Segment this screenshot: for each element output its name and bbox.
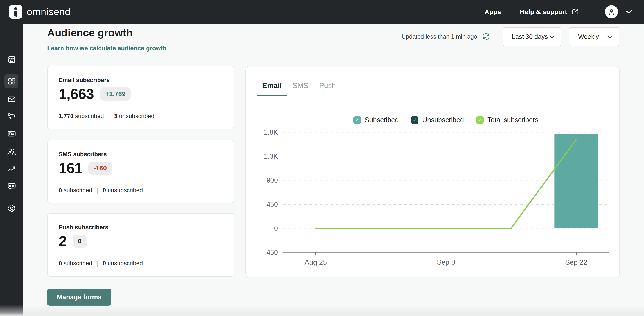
- help-support-label: Help & support: [520, 8, 567, 15]
- subscribed-label: subscribed: [64, 187, 92, 194]
- legend-item-unsubscribed[interactable]: ✓ Unsubscribed: [411, 116, 464, 124]
- refresh-icon: [482, 31, 491, 41]
- sidebar-item-reports[interactable]: [0, 164, 23, 174]
- sidebar-item-email[interactable]: [0, 94, 23, 104]
- refresh-button[interactable]: [482, 31, 491, 41]
- sms-subscribers-value: 161: [59, 160, 82, 176]
- audience-growth-chart: 1.8K1.3K9004500-450Aug 25Sep 8Sep 22: [246, 123, 620, 268]
- svg-text:Aug 25: Aug 25: [305, 258, 327, 266]
- tab-email[interactable]: Email: [257, 81, 287, 96]
- sidebar-item-dashboard[interactable]: [0, 76, 23, 86]
- top-header: omnisend Apps Help & support: [0, 0, 644, 24]
- sidebar-item-reviews[interactable]: [0, 181, 23, 192]
- legend-item-subscribed[interactable]: ✓ Subscribed: [354, 116, 399, 124]
- avatar[interactable]: [605, 5, 618, 18]
- growth-chart-card: Email SMS Push ✓ Subscribed ✓ Unsubscrib…: [245, 67, 620, 277]
- audience-growth-page: omnisend Apps Help & support: [0, 0, 644, 316]
- manage-forms-button[interactable]: Manage forms: [47, 289, 111, 306]
- svg-text:0: 0: [274, 225, 278, 232]
- sidebar-item-automation[interactable]: [0, 111, 23, 122]
- svg-text:900: 900: [266, 176, 278, 184]
- bottom-fade: [0, 305, 644, 316]
- dashboard-grid-icon: [6, 76, 17, 86]
- omnisend-logo-icon: [9, 5, 22, 19]
- unsubscribed-count: 0: [102, 260, 106, 267]
- forms-icon: [6, 129, 17, 139]
- subscribed-count: 0: [59, 187, 62, 194]
- channel-tabs: Email SMS Push: [257, 81, 341, 96]
- date-range-value: Last 30 days: [512, 33, 548, 40]
- email-delta-badge: +1,769: [100, 87, 131, 100]
- push-delta-badge: 0: [73, 235, 87, 248]
- trend-up-icon: [6, 164, 17, 174]
- email-subscribers-value: 1,663: [59, 86, 94, 102]
- external-link-icon: [571, 8, 579, 16]
- subscribed-checkbox-icon: ✓: [354, 116, 361, 124]
- svg-text:Sep 8: Sep 8: [437, 258, 455, 266]
- svg-text:450: 450: [266, 201, 278, 208]
- chevron-down-icon: [607, 35, 613, 38]
- sidebar-item-forms[interactable]: [0, 129, 23, 139]
- sidebar-divider: [5, 70, 18, 70]
- omnisend-logo[interactable]: omnisend: [9, 5, 70, 19]
- svg-text:1.3K: 1.3K: [264, 153, 278, 160]
- email-subscribers-card: Email subscribers 1,663 +1,769 1,770 sub…: [47, 66, 234, 129]
- subscribed-label: subscribed: [64, 260, 92, 267]
- stat-separator: |: [97, 260, 98, 267]
- sms-subscribed-stats: 0 subscribed|0 unsubscribed: [59, 187, 143, 194]
- sidebar-item-store[interactable]: [0, 54, 23, 64]
- date-range-dropdown[interactable]: Last 30 days: [502, 27, 562, 46]
- header-actions: Apps Help & support: [484, 5, 632, 18]
- brand-name: omnisend: [27, 6, 70, 17]
- sidebar-divider: [5, 197, 18, 197]
- svg-text:Sep 22: Sep 22: [565, 258, 587, 266]
- stat-separator: |: [108, 113, 110, 119]
- svg-text:1.8K: 1.8K: [264, 128, 278, 136]
- unsubscribed-label: unsubscribed: [108, 260, 143, 267]
- unsubscribed-label: unsubscribed: [108, 187, 143, 194]
- granularity-dropdown[interactable]: Weekly: [569, 27, 620, 46]
- logo-stem: [14, 11, 17, 17]
- reviews-icon: [6, 181, 17, 192]
- unsubscribed-label: unsubscribed: [119, 113, 154, 119]
- logo-dot: [14, 7, 17, 10]
- push-subscribers-card: Push subscribers 2 0 0 subscribed|0 unsu…: [47, 213, 234, 277]
- account-menu-chevron-icon[interactable]: [625, 9, 632, 14]
- card-title: Push subscribers: [59, 224, 108, 231]
- svg-text:-450: -450: [264, 249, 278, 256]
- chevron-down-icon: [549, 35, 555, 38]
- sms-delta-badge: -160: [88, 162, 112, 175]
- unsubscribed-count: 3: [114, 113, 118, 119]
- chart-legend: ✓ Subscribed ✓ Unsubscribed ✓ Total subs…: [283, 116, 609, 124]
- subscribed-count: 1,770: [59, 113, 74, 119]
- email-subscribed-stats: 1,770 subscribed|3 unsubscribed: [59, 113, 154, 120]
- help-support-link[interactable]: Help & support: [520, 8, 579, 16]
- unsubscribed-checkbox-icon: ✓: [411, 116, 418, 124]
- push-subscribers-value: 2: [59, 233, 66, 250]
- updated-status: Updated less than 1 min ago: [402, 33, 477, 40]
- learn-link[interactable]: Learn how we calculate audience growth: [47, 45, 166, 52]
- card-title: Email subscribers: [59, 77, 110, 84]
- unsubscribed-count: 0: [102, 187, 106, 194]
- granularity-value: Weekly: [578, 33, 599, 40]
- apps-link[interactable]: Apps: [484, 8, 501, 15]
- gear-icon: [6, 203, 17, 213]
- sidebar-item-audience[interactable]: [0, 147, 23, 157]
- tab-push[interactable]: Push: [314, 81, 341, 96]
- email-icon: [6, 94, 17, 104]
- push-subscribed-stats: 0 subscribed|0 unsubscribed: [59, 260, 143, 267]
- sms-subscribers-card: SMS subscribers 161 -160 0 subscribed|0 …: [47, 140, 234, 203]
- legend-label: Total subscribers: [488, 116, 538, 124]
- automation-icon: [6, 111, 17, 122]
- page-title: Audience growth: [47, 27, 133, 39]
- tabs-divider: [257, 96, 611, 96]
- legend-label: Subscribed: [364, 116, 399, 124]
- store-icon: [6, 54, 17, 64]
- sidebar: [0, 24, 23, 316]
- sidebar-item-settings[interactable]: [0, 203, 23, 213]
- subscribed-label: subscribed: [75, 113, 104, 119]
- legend-item-total-subscribers[interactable]: ✓ Total subscribers: [476, 116, 538, 124]
- card-title: SMS subscribers: [59, 151, 107, 158]
- subscribed-count: 0: [59, 260, 62, 267]
- tab-sms[interactable]: SMS: [287, 81, 314, 96]
